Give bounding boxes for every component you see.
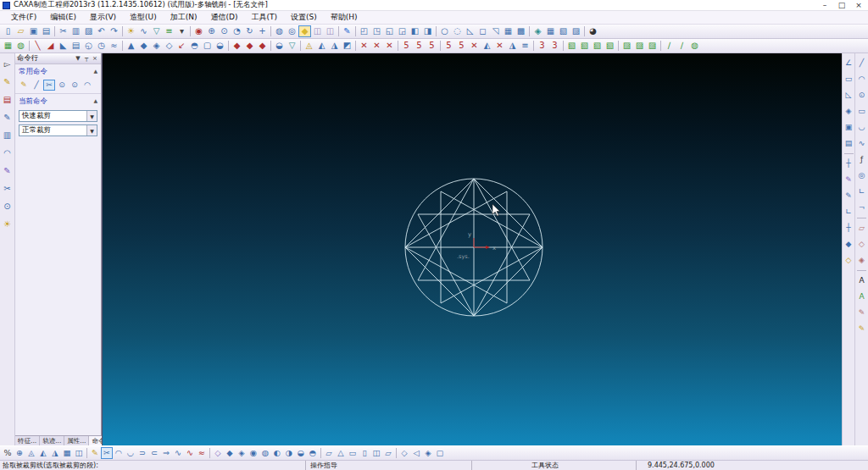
sim-check-2-icon[interactable]: ▧ <box>578 40 591 52</box>
spline-edit-1-icon[interactable]: ∿ <box>172 447 184 459</box>
contour-machining-icon[interactable]: ◆ <box>256 40 269 52</box>
menu-item-5[interactable]: 加工(N) <box>164 11 204 24</box>
view-home-icon[interactable]: ◉ <box>192 25 205 37</box>
draw-formula-icon[interactable]: ƒ <box>856 152 867 168</box>
curve-op-2-icon[interactable]: ◆ <box>224 447 236 459</box>
menu-item-7[interactable]: 工具(T) <box>244 11 284 24</box>
paste-icon[interactable]: ▨ <box>82 25 95 37</box>
arc-tool-icon[interactable]: ◠ <box>1 144 14 162</box>
draw-point-icon[interactable]: ◎ <box>856 168 867 184</box>
cut-icon[interactable]: ✂ <box>57 25 70 37</box>
shell-solid-icon[interactable]: ▢ <box>201 40 214 52</box>
menu-item-6[interactable]: 通信(D) <box>204 11 245 24</box>
edit-pen-2-icon[interactable]: ✎ <box>856 321 867 337</box>
axis5-tool-3-icon[interactable]: 5 <box>426 40 438 52</box>
draw-arc2-icon[interactable]: ◡ <box>856 119 867 135</box>
surface-patch-icon[interactable]: ◣ <box>57 40 70 52</box>
common-circle-tool-icon[interactable]: ⊙ <box>56 80 68 91</box>
dim-pen-1-icon[interactable]: ✎ <box>843 172 854 188</box>
mesh-surface-icon[interactable]: ≈ <box>108 40 120 52</box>
common-line-tool-icon[interactable]: ╱ <box>31 80 42 91</box>
spline-edit-2-icon[interactable]: ∿ <box>184 447 196 459</box>
view-half-1-icon[interactable]: ◧ <box>409 25 421 37</box>
dim-linear-icon[interactable]: ▭ <box>843 71 854 87</box>
axis3-tool-1-icon[interactable]: 3 <box>536 40 548 52</box>
sim-check-7-icon[interactable]: ▨ <box>646 40 659 52</box>
about-help-icon[interactable]: ◕ <box>587 25 599 37</box>
render-toggle-icon[interactable]: ☀ <box>125 25 137 37</box>
tool-library-icon[interactable]: ▽ <box>286 40 298 52</box>
draw-line-icon[interactable]: ╱ <box>856 55 867 71</box>
axis3-tool-2-icon[interactable]: 3 <box>548 40 561 52</box>
view-cube-2-icon[interactable]: ◳ <box>370 25 383 37</box>
draw-circle-icon[interactable]: ⊙ <box>856 87 867 103</box>
sim-check-3-icon[interactable]: ▧ <box>591 40 604 52</box>
toolpath-edit-icon[interactable]: ◭ <box>315 40 328 52</box>
shade-triangle-icon[interactable]: ◺ <box>464 25 476 37</box>
minimize-button[interactable]: – <box>818 1 832 9</box>
drawing-canvas[interactable]: xy.sys. <box>102 53 842 445</box>
array-tool-icon[interactable]: ▦ <box>61 447 73 459</box>
spline-pen-icon[interactable]: ✎ <box>1 162 14 180</box>
solid-view-3-icon[interactable]: ▦ <box>502 25 515 37</box>
grid-display-icon[interactable]: ▦ <box>544 25 557 37</box>
clean-tool-icon[interactable]: ◍ <box>688 40 701 52</box>
surface-op-4-icon[interactable]: ▯ <box>359 447 370 459</box>
curve-pen-icon[interactable]: ✎ <box>1 108 14 126</box>
axis5-drive-icon[interactable]: ◭ <box>481 40 493 52</box>
solid-view-1-icon[interactable]: ◻ <box>476 25 489 37</box>
dim-angle-icon[interactable]: ∠ <box>843 55 854 71</box>
mirror-x-icon[interactable]: ◬ <box>25 447 37 459</box>
undo-icon[interactable]: ↶ <box>95 25 108 37</box>
draw-spline-icon[interactable]: ∿ <box>856 135 867 152</box>
copy-icon[interactable]: ▥ <box>70 25 82 37</box>
draw-arc-icon[interactable]: ◠ <box>856 71 867 87</box>
sim-check-5-icon[interactable]: ▨ <box>620 40 633 52</box>
draw-offset-icon[interactable]: ▱ <box>856 220 867 236</box>
light-tool-icon[interactable]: ☀ <box>1 215 14 233</box>
redo-icon[interactable]: ↷ <box>108 25 120 37</box>
extend-1-icon[interactable]: ⊃ <box>136 447 148 459</box>
zoom-in-icon[interactable]: ⊕ <box>205 25 218 37</box>
dim-corner-icon[interactable]: ∟ <box>843 204 854 220</box>
tile-window-2-icon[interactable]: ◫ <box>324 25 337 37</box>
edit-pen-1-icon[interactable]: ✎ <box>856 305 867 321</box>
image-tool-icon[interactable]: ▤ <box>1 91 14 108</box>
rotate-copy-icon[interactable]: ◮ <box>49 447 61 459</box>
surface-op-10-icon[interactable]: ▢ <box>434 447 446 459</box>
wheel-tool-icon[interactable]: ⊙ <box>1 197 14 215</box>
ruled-surface-icon[interactable]: ▤ <box>70 40 82 52</box>
menu-item-8[interactable]: 设置(S) <box>284 11 324 24</box>
panel-tab-3[interactable]: 属性... <box>64 436 89 445</box>
draw-rect-icon[interactable]: ▭ <box>856 103 867 119</box>
five-axis-2-icon[interactable]: ✕ <box>370 40 383 52</box>
loft-solid-icon[interactable]: ◇ <box>163 40 175 52</box>
draw-chamfer-icon[interactable]: ¬ <box>856 200 867 216</box>
toolpath-generate-icon[interactable]: ◬ <box>303 40 315 52</box>
view-cube-4-icon[interactable]: ◲ <box>396 25 409 37</box>
axis5-flowline-icon[interactable]: ◮ <box>506 40 519 52</box>
panel-tab-1[interactable]: 特征... <box>15 436 40 445</box>
trim-tool-active-icon[interactable]: ◆ <box>298 25 311 37</box>
dim-point-icon[interactable]: ◆ <box>843 236 854 252</box>
wireframe-display-icon[interactable]: ∿ <box>137 25 150 37</box>
line-tool-icon[interactable]: ╲ <box>31 40 44 52</box>
chevron-down-icon[interactable]: ▼ <box>86 111 97 121</box>
surface-op-8-icon[interactable]: ◁ <box>410 447 422 459</box>
common-circle-center-tool-icon[interactable]: ⊙ <box>69 80 81 91</box>
revolve-solid-icon[interactable]: ◓ <box>188 40 201 52</box>
layer-stack-icon[interactable]: ≡ <box>163 25 175 37</box>
axis5-swarf-icon[interactable]: ✕ <box>493 40 506 52</box>
box-solid-icon[interactable]: ◈ <box>150 40 163 52</box>
view-cube-1-icon[interactable]: ◰ <box>358 25 370 37</box>
dim-triangle-icon[interactable]: ◺ <box>843 87 854 103</box>
save-file-icon[interactable]: ▣ <box>27 25 40 37</box>
coord-globe-icon[interactable]: ◍ <box>14 40 27 52</box>
draw-angle-icon[interactable]: ∟ <box>856 184 867 200</box>
axis-display-icon[interactable]: ▧ <box>557 25 570 37</box>
finish-machining-icon[interactable]: ◆ <box>243 40 256 52</box>
chamfer-corner-icon[interactable]: ◡ <box>125 447 136 459</box>
common-trim-tool-icon[interactable]: ✂ <box>43 80 55 91</box>
sketch-pen-icon[interactable]: ✎ <box>1 73 14 91</box>
chevron-down-icon[interactable]: ▼ <box>86 125 97 135</box>
